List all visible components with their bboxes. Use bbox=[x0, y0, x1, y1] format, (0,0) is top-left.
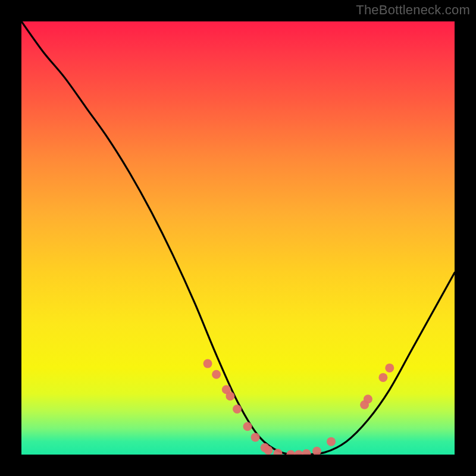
data-marker bbox=[233, 405, 242, 414]
chart-frame: TheBottleneck.com bbox=[0, 0, 476, 476]
plot-area bbox=[21, 21, 455, 455]
data-marker bbox=[212, 370, 221, 379]
data-marker bbox=[294, 450, 303, 455]
bottleneck-curve bbox=[21, 21, 455, 455]
data-marker bbox=[264, 446, 273, 455]
data-marker bbox=[327, 437, 336, 446]
data-marker bbox=[243, 422, 252, 431]
watermark-text: TheBottleneck.com bbox=[356, 2, 470, 18]
data-marker bbox=[378, 373, 387, 382]
data-marker bbox=[302, 449, 311, 455]
data-marker bbox=[364, 394, 372, 403]
data-marker bbox=[385, 364, 394, 372]
curve-layer bbox=[21, 21, 455, 455]
data-marker bbox=[286, 450, 295, 455]
data-marker bbox=[203, 359, 212, 368]
data-marker bbox=[226, 392, 234, 400]
data-marker bbox=[251, 433, 260, 441]
data-marker bbox=[312, 447, 321, 455]
marker-group bbox=[203, 359, 394, 455]
